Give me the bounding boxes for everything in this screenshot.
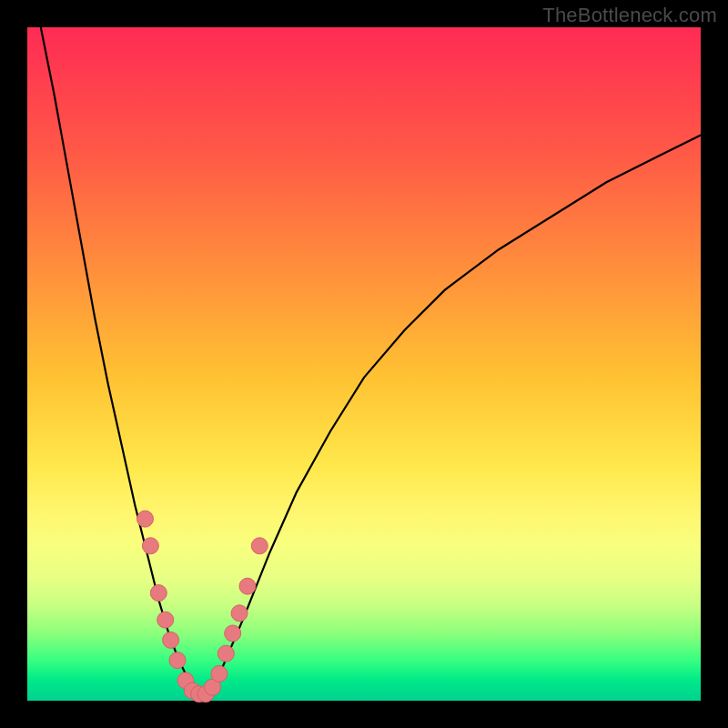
data-marker: [150, 585, 167, 602]
data-marker: [157, 612, 174, 628]
chart-svg: [27, 27, 701, 701]
data-marker: [251, 538, 268, 554]
plot-area: [27, 27, 701, 701]
curve-right: [209, 135, 701, 693]
chart-frame: TheBottleneck.com: [0, 0, 728, 728]
watermark-text: TheBottleneck.com: [542, 4, 717, 27]
data-marker: [231, 605, 248, 622]
data-marker: [137, 511, 154, 527]
curve-group: [41, 27, 701, 694]
data-marker: [169, 652, 186, 669]
data-marker: [239, 578, 256, 594]
data-marker: [211, 665, 228, 682]
data-marker: [163, 632, 179, 648]
data-marker: [217, 645, 234, 662]
curve-left: [41, 27, 196, 694]
data-marker: [142, 538, 158, 554]
data-marker: [225, 625, 241, 642]
